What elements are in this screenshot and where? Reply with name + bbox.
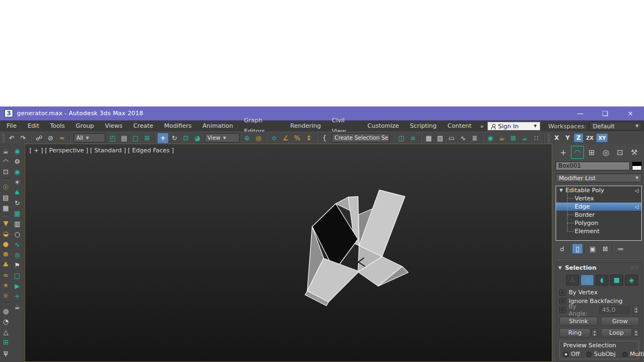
ribbon-toggle-icon[interactable]: ▭ [446, 133, 457, 144]
restore-button[interactable]: ❏ [600, 110, 610, 117]
named-selection-sets-icon[interactable]: { [319, 133, 330, 144]
spinner-down-icon[interactable]: ▾ [634, 310, 639, 313]
by-angle-spinner[interactable]: ▴ ▾ [633, 306, 639, 314]
menu-item-content[interactable]: Content [442, 121, 477, 132]
person-box-icon[interactable]: ▥ [12, 218, 22, 229]
select-and-scale-icon[interactable]: ⊡ [180, 133, 192, 144]
toolbar-grip[interactable] [2, 134, 5, 143]
axis-xy-button[interactable]: XY [596, 133, 607, 143]
modifier-list-dropdown[interactable]: Modifier List ▼ [556, 174, 642, 182]
tab-display[interactable]: ⊡ [613, 146, 627, 159]
radio-icon[interactable] [622, 352, 628, 357]
bird-icon[interactable]: ∿ [12, 239, 22, 250]
dome-icon[interactable]: ◒ [1, 228, 11, 239]
preview-option-off[interactable]: Off [563, 351, 580, 358]
tab-hierarchy[interactable]: ⊞ [585, 146, 598, 159]
ring-button[interactable]: Ring [559, 328, 591, 337]
menu-item-rendering[interactable]: Rendering [285, 121, 326, 132]
preview-option-subobj[interactable]: SubObj [586, 351, 616, 358]
stack-item-element[interactable]: Element [556, 227, 641, 235]
axis-y-button[interactable]: Y [563, 133, 573, 143]
scene-explorer-icon[interactable]: ▦ [423, 133, 434, 144]
monitor-icon[interactable]: □ [12, 270, 22, 281]
sphere-icon[interactable]: ● [1, 239, 11, 249]
character-light-icon[interactable]: ☉ [1, 182, 11, 192]
pyramid-gizmo-icon[interactable]: △ [1, 327, 11, 337]
subobj-polygon-button[interactable]: ■ [610, 275, 623, 286]
preview-option-multi[interactable]: Multi [622, 351, 644, 358]
cycle-icon[interactable]: ↻ [12, 198, 22, 208]
by-vertex-row[interactable]: By Vertex [559, 288, 639, 296]
window-crossing-icon[interactable]: ⊞ [141, 133, 153, 144]
sphere-slice-icon[interactable]: ◔ [1, 316, 11, 327]
workspace-dropdown[interactable]: Default ▼ [589, 122, 642, 130]
show-end-result-icon[interactable]: ▯ [572, 244, 583, 254]
menu-item-group[interactable]: Group [70, 121, 100, 132]
selection-region-icon[interactable]: □ [130, 133, 141, 144]
select-and-link-icon[interactable]: ☍ [33, 133, 45, 144]
checkbox-icon[interactable] [559, 307, 565, 313]
gear-flower-icon[interactable]: ☸ [1, 249, 11, 259]
select-object-icon[interactable]: ◰ [107, 133, 118, 144]
select-by-name-icon[interactable]: ▤ [118, 133, 130, 144]
grow-button[interactable]: Grow [601, 317, 639, 326]
snaps-toggle-icon[interactable]: ≎ [269, 133, 280, 144]
menu-item-edit[interactable]: Edit [22, 121, 44, 132]
menu-item-modifiers[interactable]: Modifiers [159, 121, 197, 132]
viewport-model-canvas[interactable] [25, 144, 552, 361]
perspective-viewport[interactable]: [ + ] [ Perspective ] [ Standard ] [ Edg… [25, 144, 552, 362]
subobj-border-button[interactable]: ◖ [595, 275, 609, 286]
menu-item-create[interactable]: Create [128, 121, 159, 132]
play-monitor-icon[interactable]: ▶ [12, 281, 22, 291]
unlink-selection-icon[interactable]: ⊘ [45, 133, 56, 144]
geosphere-icon[interactable]: ◍ [1, 306, 11, 316]
mirror-icon[interactable]: ◫ [396, 133, 407, 144]
pin-stack-icon[interactable]: ☌ [557, 244, 568, 254]
radio-icon[interactable] [586, 352, 592, 357]
bulb-icon[interactable]: ◉ [12, 167, 22, 177]
cone-tree-icon[interactable]: ♣ [1, 259, 11, 270]
spinner-snap-icon[interactable]: ⇕ [303, 133, 314, 144]
tab-motion[interactable]: ◎ [599, 146, 612, 159]
select-and-manipulate-icon[interactable]: ◎ [253, 133, 264, 144]
redo-icon[interactable]: ↷ [17, 133, 29, 144]
spinner-down-icon[interactable]: ▾ [634, 333, 639, 336]
sun-icon[interactable]: ☀ [1, 280, 11, 290]
trees-box-icon[interactable]: ▦ [12, 208, 22, 218]
menu-item-animation[interactable]: Animation [197, 121, 238, 132]
select-and-rotate-icon[interactable]: ↻ [169, 133, 180, 144]
configure-modifier-sets-icon[interactable]: ≔ [615, 244, 626, 254]
a360-render-icon[interactable]: ∷ [530, 133, 542, 144]
arc-icon[interactable]: ◠ [1, 156, 11, 167]
ring-icon[interactable]: ○ [12, 229, 22, 239]
menu-item-file[interactable]: File [1, 121, 22, 132]
viewport-label[interactable]: [ + ] [ Perspective ] [ Standard ] [ Edg… [29, 147, 174, 154]
toolbar-grip[interactable] [547, 134, 550, 143]
grass-icon[interactable]: ψ [1, 347, 11, 358]
tab-utilities[interactable]: ⚒ [628, 146, 641, 159]
shrink-button[interactable]: Shrink [559, 317, 598, 326]
reference-coordinate-dropdown[interactable]: View▼ [205, 133, 240, 143]
subobj-vertex-button[interactable]: ∴ [566, 275, 579, 286]
render-setup-icon[interactable]: ☕ [496, 133, 508, 144]
ring-spinner[interactable]: ▴ ▾ [592, 329, 598, 337]
selection-filter-dropdown[interactable]: All▼ [74, 133, 105, 143]
viewport-box-icon[interactable]: ⊡ [1, 167, 11, 177]
close-button[interactable]: × [625, 110, 635, 117]
bind-to-spacewarp-icon[interactable]: ≈ [56, 133, 68, 144]
spinner-down-icon[interactable]: ▾ [592, 333, 597, 336]
camera-icon[interactable]: ▦ [1, 203, 11, 213]
tab-create[interactable]: + [557, 146, 570, 159]
loop-button[interactable]: Loop [601, 328, 632, 337]
remove-modifier-icon[interactable]: ⊠ [600, 244, 611, 254]
sphere-cam-icon[interactable]: ◎ [12, 250, 22, 260]
menu-overflow-chevron[interactable]: » [477, 123, 487, 130]
layer-explorer-icon[interactable]: ▧ [434, 133, 446, 144]
tree-icon[interactable]: ♠ [12, 187, 22, 198]
loop-spinner[interactable]: ▴ ▾ [633, 329, 639, 337]
axis-x-button[interactable]: X [552, 133, 562, 143]
axis-zx-button[interactable]: ZX [585, 133, 595, 143]
knot-icon[interactable]: ∞ [1, 270, 11, 280]
menu-item-tools[interactable]: Tools [45, 121, 70, 132]
rendered-frame-icon[interactable]: ⊠ [508, 133, 519, 144]
